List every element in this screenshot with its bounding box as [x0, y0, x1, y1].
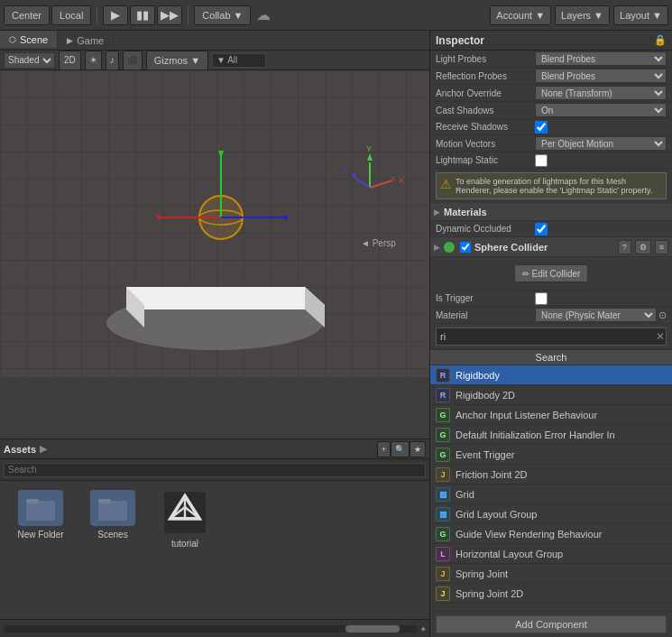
sphere-collider-enabled[interactable] — [460, 242, 471, 253]
assets-scrollbar-thumb — [345, 625, 400, 632]
assets-bottom-bar: ● — [0, 619, 429, 637]
search-item-1[interactable]: RRigidbody 2D — [430, 385, 672, 405]
search-item-7[interactable]: ▦Grid Layout Group — [430, 504, 672, 524]
edit-collider-button[interactable]: ✏ Edit Collider — [514, 264, 589, 282]
sphere-arrow-icon: ▶ — [434, 243, 440, 252]
anchor-override-select[interactable]: None (Transform) — [535, 86, 667, 100]
cast-shadows-select[interactable]: On — [535, 103, 667, 117]
cloud-icon: ☁ — [256, 6, 271, 23]
assets-title: Assets — [4, 444, 36, 455]
search-item-name-8: Guide View Rendering Behaviour — [456, 529, 602, 540]
step-button[interactable]: ▶▶ — [157, 5, 182, 25]
anchor-override-label: Anchor Override — [436, 88, 535, 98]
inspector-lock-icon[interactable]: 🔒 — [654, 34, 667, 46]
divider-2 — [188, 6, 189, 24]
pause-button[interactable]: ▮▮ — [130, 5, 155, 25]
assets-search-button[interactable]: 🔍 — [391, 441, 410, 457]
inspector-info-button[interactable]: ? — [618, 240, 631, 254]
lightmap-static-row: Lightmap Static — [430, 152, 672, 169]
asset-label-tutorial: tutorial — [171, 539, 198, 549]
search-item-icon-7: ▦ — [436, 507, 450, 522]
gizmos-button[interactable]: Gizmos ▼ — [146, 51, 208, 70]
search-item-icon-6: ▦ — [436, 487, 450, 502]
search-item-3[interactable]: GDefault Initialization Error Handler In — [430, 425, 672, 445]
motion-vectors-select[interactable]: Per Object Motion — [535, 136, 667, 151]
scene-object-area[interactable]: X Y Z ◄ Persp — [0, 70, 429, 439]
play-button[interactable]: ▶ — [103, 5, 128, 25]
receive-shadows-value — [535, 121, 667, 134]
assets-scrollbar[interactable] — [4, 625, 418, 632]
receive-shadows-label: Receive Shadows — [436, 122, 535, 132]
warning-icon: ⚠ — [440, 177, 452, 191]
tab-scene[interactable]: ⬡ Scene — [0, 31, 58, 50]
dynamic-occluded-checkbox[interactable] — [535, 223, 548, 235]
light-button[interactable]: ☀ — [85, 51, 102, 70]
space-button[interactable]: Local — [51, 5, 91, 25]
material-select[interactable]: None (Physic Mater — [535, 308, 657, 322]
search-item-6[interactable]: ▦Grid — [430, 485, 672, 504]
effects-button[interactable]: ⬛ — [123, 51, 143, 70]
light-probes-select[interactable]: Blend Probes — [535, 51, 667, 66]
motion-vectors-row: Motion Vectors Per Object Motion — [430, 135, 672, 152]
materials-section-header[interactable]: ▶ Materials — [430, 203, 672, 221]
lightmap-static-checkbox[interactable] — [535, 154, 548, 167]
svg-text:◄ Persp: ◄ Persp — [361, 238, 396, 248]
asset-item-tutorial[interactable]: tutorial — [153, 490, 216, 610]
cast-shadows-value: On — [535, 103, 667, 117]
search-item-4[interactable]: GEvent Trigger — [430, 445, 672, 465]
game-icon: ▶ — [67, 36, 73, 45]
collab-button[interactable]: Collab ▼ — [194, 5, 251, 25]
asset-item-scenes[interactable]: Scenes — [81, 490, 144, 610]
asset-item-new-folder[interactable]: New Folder — [9, 490, 72, 610]
search-item-5[interactable]: JFriction Joint 2D — [430, 465, 672, 485]
folder-svg — [26, 495, 55, 521]
pivot-button[interactable]: Center — [4, 5, 50, 25]
search-item-8[interactable]: GGuide View Rendering Behaviour — [430, 524, 672, 544]
search-results-list: RRigidbodyRRigidbody 2DGAnchor Input Lis… — [430, 365, 672, 604]
cast-shadows-label: Cast Shadows — [436, 106, 535, 115]
assets-favorite-button[interactable]: ★ — [410, 441, 426, 457]
svg-rect-29 — [98, 499, 111, 503]
scene-search[interactable] — [212, 53, 266, 68]
audio-button[interactable]: ♪ — [106, 51, 119, 70]
search-item-9[interactable]: LHorizontal Layout Group — [430, 544, 672, 564]
search-item-name-3: Default Initialization Error Handler In — [456, 429, 615, 440]
search-item-icon-2: G — [436, 408, 450, 422]
folder-svg-2 — [98, 495, 127, 521]
materials-title: Materials — [444, 207, 487, 217]
account-button[interactable]: Account ▼ — [490, 5, 551, 25]
scene-icon: ⬡ — [9, 35, 16, 44]
search-item-name-11: Spring Joint 2D — [456, 588, 523, 599]
inspector-settings-button[interactable]: ⚙ — [635, 240, 651, 254]
svg-marker-5 — [126, 287, 305, 309]
add-component-button[interactable]: Add Component — [436, 615, 667, 633]
search-area: ✕ — [430, 324, 672, 350]
layers-button[interactable]: Layers ▼ — [555, 5, 610, 25]
anchor-override-row: Anchor Override None (Transform) — [430, 85, 672, 102]
search-item-10[interactable]: JSpring Joint — [430, 564, 672, 584]
shaded-dropdown[interactable]: Shaded — [4, 52, 55, 69]
layout-button[interactable]: Layout ▼ — [613, 5, 668, 25]
search-item-icon-9: L — [436, 547, 450, 561]
anchor-override-value: None (Transform) — [535, 86, 667, 100]
receive-shadows-checkbox[interactable] — [535, 121, 548, 134]
2d-button[interactable]: 2D — [59, 51, 81, 70]
reflection-probes-select[interactable]: Blend Probes — [535, 69, 667, 83]
inspector-header: Inspector 🔒 — [430, 31, 672, 51]
search-item-2[interactable]: GAnchor Input Listener Behaviour — [430, 405, 672, 425]
material-picker-icon[interactable]: ⊙ — [658, 309, 667, 321]
assets-create-button[interactable]: + — [377, 441, 391, 457]
is-trigger-checkbox[interactable] — [535, 292, 548, 305]
search-clear-icon[interactable]: ✕ — [656, 330, 665, 343]
edit-collider-row: ✏ Edit Collider — [430, 257, 672, 291]
assets-search-input[interactable] — [4, 463, 426, 477]
tab-game[interactable]: ▶ Game — [58, 31, 114, 50]
component-search-input[interactable] — [436, 328, 667, 346]
search-item-icon-10: J — [436, 567, 450, 581]
asset-label-scenes: Scenes — [97, 530, 127, 540]
search-item-11[interactable]: JSpring Joint 2D — [430, 584, 672, 604]
reflection-probes-label: Reflection Probes — [436, 71, 535, 81]
sphere-collider-header[interactable]: ▶ Sphere Collider ? ⚙ ≡ — [430, 237, 672, 257]
search-item-0[interactable]: RRigidbody — [430, 365, 672, 385]
inspector-menu-button[interactable]: ≡ — [655, 240, 668, 254]
